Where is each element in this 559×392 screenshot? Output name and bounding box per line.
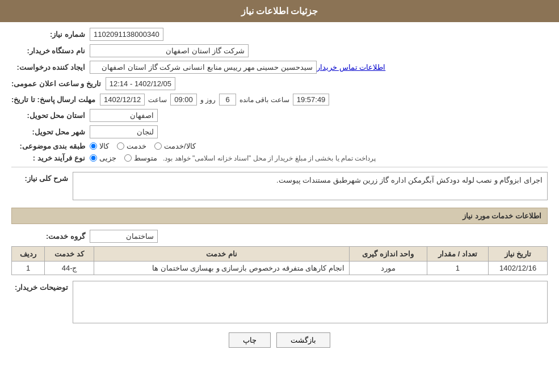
purchase-note: پرداخت تمام یا بخشی از مبلغ خریدار از مح… xyxy=(163,154,376,162)
purchase-radio-group: متوسط جزیی xyxy=(90,154,157,162)
col-row: ردیف xyxy=(12,247,45,262)
col-code: کد خدمت xyxy=(45,247,94,262)
delivery-city-value: لنجان xyxy=(90,125,158,138)
category-label: طبقه بندی موضوعی: xyxy=(11,142,85,150)
response-deadline-row: 19:57:49 ساعت باقی مانده 6 روز و 09:00 س… xyxy=(11,94,548,106)
kala-khedmat-label: کالا/خدمت xyxy=(164,142,196,150)
category-option-khedmat[interactable]: خدمت xyxy=(117,142,146,150)
category-row: کالا/خدمت خدمت کالا طبقه بندی موضوعی: xyxy=(11,142,548,150)
page-wrapper: جزئیات اطلاعات نیاز 1102091138000340 شما… xyxy=(0,0,559,392)
cell-unit: مورد xyxy=(349,262,427,275)
purchase-type-label: نوع فرآیند خرید : xyxy=(11,154,85,162)
category-radio-group: کالا/خدمت خدمت کالا xyxy=(90,142,196,150)
jozi-label: جزیی xyxy=(99,154,116,162)
contact-link[interactable]: اطلاعات تماس خریدار xyxy=(317,63,385,71)
need-description-content: اجرای ابزوگام و نصب لوله دودکش آبگرمکن ا… xyxy=(73,172,548,202)
response-date-value: 1402/12/12 xyxy=(100,94,145,106)
kala-radio[interactable] xyxy=(90,142,97,150)
buyer-name-row: شرکت گاز استان اصفهان نام دستگاه خریدار: xyxy=(11,44,548,57)
response-time-label: ساعت xyxy=(148,96,167,104)
creator-label: ایجاد کننده درخواست: xyxy=(11,63,85,71)
table-row: 1402/12/16 1 مورد انجام کارهای متفرقه در… xyxy=(12,262,548,275)
response-remaining-label: ساعت باقی مانده xyxy=(239,96,289,104)
delivery-province-label: استان محل تحویل: xyxy=(11,111,85,120)
jozi-radio[interactable] xyxy=(90,154,97,162)
delivery-city-row: لنجان شهر محل تحویل: xyxy=(11,125,548,138)
kala-khedmat-radio[interactable] xyxy=(154,142,162,150)
buyer-notes-textarea[interactable] xyxy=(73,281,547,321)
buyer-name-value: شرکت گاز استان اصفهان xyxy=(90,44,249,57)
announce-datetime-value: 1402/12/05 - 12:14 xyxy=(106,77,175,90)
purchase-option-jozi[interactable]: جزیی xyxy=(90,154,116,162)
services-section-header: اطلاعات خدمات مورد نیاز xyxy=(11,208,548,224)
services-table: تاریخ نیاز تعداد / مقدار واحد اندازه گیر… xyxy=(11,246,548,275)
delivery-city-label: شهر محل تحویل: xyxy=(11,128,85,136)
purchase-option-motavasset[interactable]: متوسط xyxy=(124,154,157,162)
service-group-row: ساختمان گروه خدمت: xyxy=(11,230,548,243)
service-group-value: ساختمان xyxy=(90,230,158,243)
response-time-group: 19:57:49 ساعت باقی مانده 6 روز و 09:00 س… xyxy=(100,94,329,106)
category-option-kala-khedmat[interactable]: کالا/خدمت xyxy=(154,142,196,150)
back-button[interactable]: بازگشت xyxy=(276,332,330,348)
kala-label: کالا xyxy=(99,142,109,150)
col-date: تاریخ نیاز xyxy=(489,247,548,262)
cell-row: 1 xyxy=(12,262,45,275)
buyer-notes-section: توضیحات خریدار: xyxy=(11,281,548,323)
buttons-row: بازگشت چاپ xyxy=(11,332,548,348)
page-title: جزئیات اطلاعات نیاز xyxy=(241,6,318,16)
services-header-text: اطلاعات خدمات مورد نیاز xyxy=(463,212,541,220)
response-time-value: 09:00 xyxy=(170,94,197,106)
creator-value: سیدحسین حسینی مهر رییس منابع انسانی شرکت… xyxy=(90,61,317,74)
need-number-label: شماره نیاز: xyxy=(11,30,85,39)
creator-row: اطلاعات تماس خریدار سیدحسین حسینی مهر ری… xyxy=(11,61,548,74)
page-header: جزئیات اطلاعات نیاز xyxy=(0,0,559,22)
khedmat-radio[interactable] xyxy=(117,142,124,150)
cell-code: ج-44 xyxy=(45,262,94,275)
response-deadline-label: مهلت ارسال پاسخ: تا تاریخ: xyxy=(11,95,95,104)
buyer-name-label: نام دستگاه خریدار: xyxy=(11,47,85,55)
need-number-value: 1102091138000340 xyxy=(90,28,163,41)
response-days-label: روز و xyxy=(200,96,216,104)
table-header-row: تاریخ نیاز تعداد / مقدار واحد اندازه گیر… xyxy=(12,247,548,262)
col-unit: واحد اندازه گیری xyxy=(349,247,427,262)
response-days-value: 6 xyxy=(219,94,236,106)
divider-1 xyxy=(11,167,548,167)
response-remaining-value: 19:57:49 xyxy=(293,94,330,106)
category-option-kala[interactable]: کالا xyxy=(90,142,109,150)
col-name: نام خدمت xyxy=(94,247,349,262)
motavasset-label: متوسط xyxy=(134,154,157,162)
need-number-row: 1102091138000340 شماره نیاز: xyxy=(11,28,548,41)
motavasset-radio[interactable] xyxy=(124,154,132,162)
announce-datetime-label: تاریخ و ساعت اعلان عمومی: xyxy=(11,79,101,88)
delivery-province-row: اصفهان استان محل تحویل: xyxy=(11,109,548,122)
khedmat-label: خدمت xyxy=(127,142,146,150)
buyer-notes-label: توضیحات خریدار: xyxy=(11,281,68,292)
need-description-textarea[interactable]: اجرای ابزوگام و نصب لوله دودکش آبگرمکن ا… xyxy=(73,172,548,200)
col-quantity: تعداد / مقدار xyxy=(427,247,489,262)
cell-quantity: 1 xyxy=(427,262,489,275)
services-table-header: تاریخ نیاز تعداد / مقدار واحد اندازه گیر… xyxy=(12,247,548,262)
need-description-label: شرح کلی نیاز: xyxy=(11,172,68,183)
cell-date: 1402/12/16 xyxy=(489,262,548,275)
service-group-label: گروه خدمت: xyxy=(11,232,85,241)
announce-datetime-row: 1402/12/05 - 12:14 تاریخ و ساعت اعلان عم… xyxy=(11,77,548,90)
need-description-section: اجرای ابزوگام و نصب لوله دودکش آبگرمکن ا… xyxy=(11,172,548,202)
main-content: 1102091138000340 شماره نیاز: شرکت گاز اس… xyxy=(0,22,559,363)
services-table-body: 1402/12/16 1 مورد انجام کارهای متفرقه در… xyxy=(12,262,548,275)
buyer-notes-box xyxy=(73,281,548,323)
print-button[interactable]: چاپ xyxy=(229,332,271,348)
cell-name: انجام کارهای متفرقه درخصوص بازسازی و بهس… xyxy=(94,262,349,275)
delivery-province-value: اصفهان xyxy=(90,109,158,122)
purchase-type-row: پرداخت تمام یا بخشی از مبلغ خریدار از مح… xyxy=(11,154,548,162)
